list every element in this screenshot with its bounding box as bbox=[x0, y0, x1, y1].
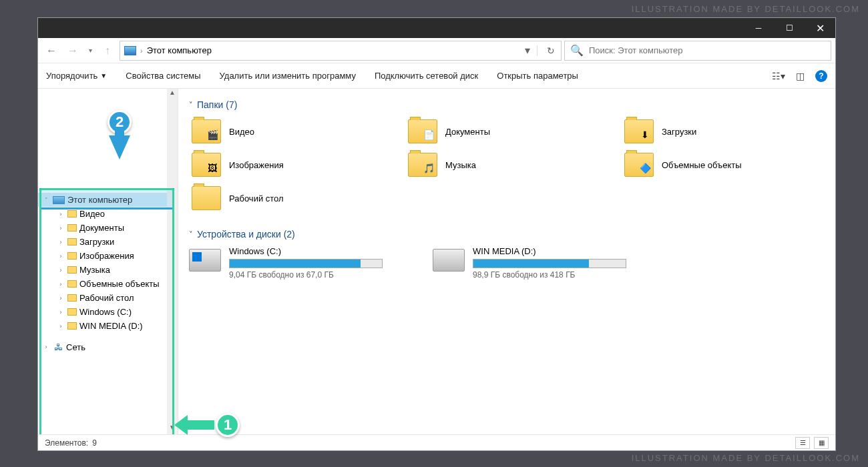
sidebar-item-label: Рабочий стол bbox=[79, 293, 134, 303]
expand-icon[interactable]: › bbox=[57, 239, 65, 246]
drive-item[interactable]: WIN MEDIA (D:)98,9 ГБ свободно из 418 ГБ bbox=[433, 246, 656, 280]
expand-icon[interactable]: › bbox=[57, 225, 65, 231]
address-bar[interactable]: › Этот компьютер ▾ ↻ bbox=[120, 41, 562, 61]
sidebar-item-network[interactable]: › 🖧 Сеть bbox=[38, 340, 167, 354]
arrow-left-icon bbox=[186, 420, 214, 430]
folder-item[interactable]: 🖼Изображения bbox=[189, 150, 392, 179]
folder-icon: 🔷 bbox=[624, 153, 654, 177]
sidebar-item[interactable]: ›Windows (C:) bbox=[38, 305, 167, 319]
expand-icon[interactable]: › bbox=[42, 344, 50, 350]
expand-icon[interactable]: › bbox=[57, 267, 65, 274]
tiles-view-button[interactable]: ▦ bbox=[814, 437, 829, 449]
sidebar-item-label: Музыка bbox=[79, 265, 110, 275]
drive-free-text: 9,04 ГБ свободно из 67,0 ГБ bbox=[229, 270, 413, 280]
open-settings-button[interactable]: Открыть параметры bbox=[497, 71, 578, 81]
expand-icon[interactable]: ˅ bbox=[42, 197, 50, 203]
map-network-drive-button[interactable]: Подключить сетевой диск bbox=[375, 71, 478, 81]
expand-icon[interactable]: › bbox=[57, 211, 65, 217]
back-button[interactable]: ← bbox=[42, 41, 61, 60]
folder-overlay-icon: 🔷 bbox=[638, 161, 652, 175]
folder-icon bbox=[67, 322, 77, 330]
navigation-pane: ▲ ▼ ˅ Этот компьютер ›Видео›Документы›За… bbox=[38, 89, 178, 434]
command-bar: Упорядочить ▼ Свойства системы Удалить и… bbox=[38, 63, 835, 89]
folder-icon: ⬇ bbox=[624, 119, 654, 143]
folder-overlay-icon: 🎵 bbox=[422, 161, 435, 175]
sidebar-item[interactable]: ›Рабочий стол bbox=[38, 291, 167, 305]
sidebar-item[interactable]: ›Изображения bbox=[38, 249, 167, 263]
preview-pane-button[interactable]: ◫ bbox=[794, 70, 806, 82]
expand-icon[interactable]: › bbox=[57, 309, 65, 316]
sidebar-scrollbar[interactable]: ▲ ▼ bbox=[167, 89, 178, 434]
expand-icon[interactable]: › bbox=[57, 281, 65, 288]
folder-icon: 📄 bbox=[408, 119, 437, 143]
refresh-button[interactable]: ↻ bbox=[537, 45, 557, 56]
folder-item[interactable]: 📄Документы bbox=[405, 117, 608, 146]
status-items-count: 9 bbox=[92, 438, 97, 448]
organize-menu[interactable]: Упорядочить ▼ bbox=[46, 71, 107, 81]
up-button[interactable]: ↑ bbox=[98, 41, 117, 60]
sidebar-item[interactable]: ›Документы bbox=[38, 221, 167, 235]
address-text: Этот компьютер bbox=[147, 45, 212, 55]
folder-icon bbox=[67, 210, 77, 217]
folder-label: Рабочий стол bbox=[229, 193, 284, 203]
sidebar-item[interactable]: ›Загрузки bbox=[38, 235, 167, 249]
sidebar-item[interactable]: ›Объемные объекты bbox=[38, 277, 167, 291]
expand-icon[interactable]: › bbox=[57, 295, 65, 302]
search-input[interactable] bbox=[589, 45, 825, 55]
chevron-down-icon: ˅ bbox=[189, 230, 193, 239]
drive-free-text: 98,9 ГБ свободно из 418 ГБ bbox=[473, 270, 656, 280]
watermark-top: ILLUSTRATION MADE BY DETAILLOOK.COM bbox=[632, 4, 860, 14]
sidebar-item-label: Объемные объекты bbox=[79, 279, 160, 289]
folders-group-header[interactable]: ˅ Папки (7) bbox=[189, 99, 825, 110]
folder-icon bbox=[192, 186, 221, 210]
annotation-step-1: 1 bbox=[186, 413, 240, 437]
chevron-down-icon: ▼ bbox=[100, 72, 107, 79]
drive-item[interactable]: Windows (C:)9,04 ГБ свободно из 67,0 ГБ bbox=[189, 246, 413, 280]
folder-item[interactable]: Рабочий стол bbox=[189, 183, 392, 213]
folder-label: Музыка bbox=[445, 160, 476, 170]
nav-bar: ← → ▾ ↑ › Этот компьютер ▾ ↻ 🔍 bbox=[38, 38, 835, 63]
folder-icon bbox=[67, 294, 77, 302]
sidebar-item-this-pc[interactable]: ˅ Этот компьютер bbox=[38, 193, 167, 207]
close-button[interactable]: ✕ bbox=[805, 18, 835, 38]
arrow-down-icon bbox=[109, 135, 130, 159]
sidebar-item-label: Загрузки bbox=[79, 237, 114, 247]
history-dropdown[interactable]: ▾ bbox=[85, 47, 95, 54]
address-dropdown[interactable]: ▾ bbox=[525, 44, 530, 57]
sidebar-item[interactable]: ›Видео bbox=[38, 207, 167, 221]
folder-icon bbox=[67, 280, 77, 288]
folder-icon: 🎵 bbox=[408, 153, 437, 177]
maximize-button[interactable]: ☐ bbox=[774, 18, 805, 38]
drive-name: WIN MEDIA (D:) bbox=[473, 246, 656, 256]
folder-item[interactable]: 🔷Объемные объекты bbox=[622, 150, 825, 179]
view-options-button[interactable]: ☷▾ bbox=[773, 70, 785, 82]
minimize-button[interactable]: ─ bbox=[743, 18, 774, 38]
sidebar-item-label: WIN MEDIA (D:) bbox=[79, 321, 143, 331]
annotation-step-2: 2 bbox=[107, 110, 132, 159]
help-button[interactable]: ? bbox=[815, 70, 827, 82]
sidebar-item-label: Изображения bbox=[79, 251, 134, 261]
drive-name: Windows (C:) bbox=[229, 246, 413, 256]
folder-item[interactable]: ⬇Загрузки bbox=[622, 117, 825, 146]
sidebar-item-label: Сеть bbox=[66, 342, 85, 352]
expand-icon[interactable]: › bbox=[57, 253, 65, 260]
folder-overlay-icon bbox=[206, 195, 219, 208]
folder-icon bbox=[67, 224, 77, 231]
search-box[interactable]: 🔍 bbox=[564, 41, 831, 61]
expand-icon[interactable]: › bbox=[57, 323, 65, 330]
folder-item[interactable]: 🎵Музыка bbox=[405, 150, 608, 179]
folder-icon: 🖼 bbox=[192, 153, 221, 177]
scroll-up-icon[interactable]: ▲ bbox=[167, 89, 178, 99]
details-view-button[interactable]: ☰ bbox=[795, 437, 810, 449]
forward-button[interactable]: → bbox=[63, 41, 82, 60]
sidebar-item[interactable]: ›Музыка bbox=[38, 263, 167, 277]
uninstall-program-button[interactable]: Удалить или изменить программу bbox=[220, 71, 356, 81]
system-properties-button[interactable]: Свойства системы bbox=[126, 71, 200, 81]
drives-group-header[interactable]: ˅ Устройства и диски (2) bbox=[189, 229, 825, 240]
sidebar-item[interactable]: ›WIN MEDIA (D:) bbox=[38, 319, 167, 333]
explorer-window: ─ ☐ ✕ ← → ▾ ↑ › Этот компьютер ▾ ↻ 🔍 Упо… bbox=[37, 17, 836, 451]
folder-item[interactable]: 🎬Видео bbox=[189, 117, 392, 146]
drive-icon bbox=[189, 249, 221, 272]
content-pane: ˅ Папки (7) 🎬Видео📄Документы⬇Загрузки🖼Из… bbox=[178, 89, 835, 434]
status-items-label: Элементов: bbox=[45, 438, 88, 448]
